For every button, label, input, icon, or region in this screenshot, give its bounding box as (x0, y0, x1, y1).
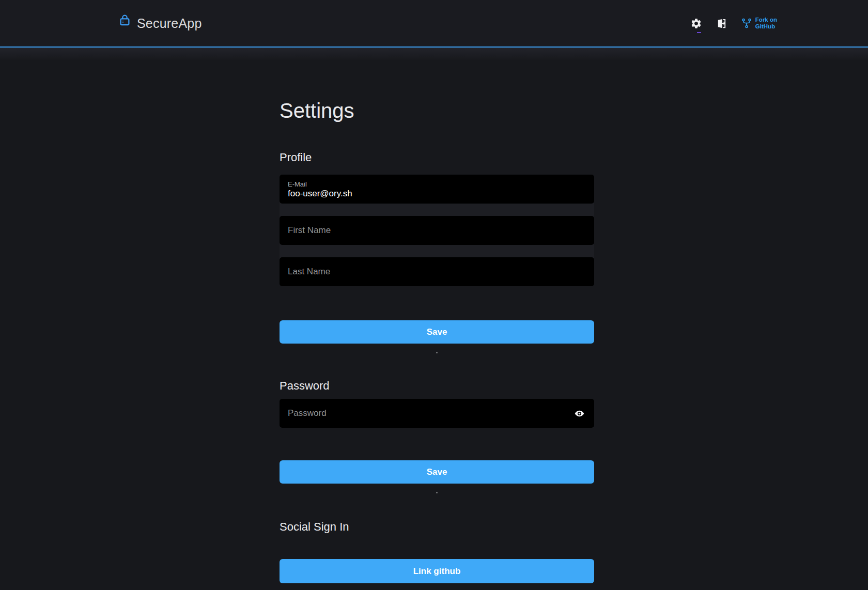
logout-icon (716, 18, 727, 29)
social-sign-in-section: Social Sign In Link github (280, 520, 594, 583)
header-glow (0, 48, 868, 61)
email-field[interactable]: E-Mail (280, 175, 594, 204)
divider-dot (436, 492, 438, 493)
password-visibility-toggle[interactable] (573, 408, 586, 419)
divider-dot (436, 352, 438, 353)
lock-icon (118, 13, 132, 27)
first-name-field[interactable] (280, 216, 594, 245)
password-heading: Password (280, 379, 594, 393)
app-brand[interactable]: SecureApp (118, 16, 202, 31)
profile-section: Profile E-Mail Save (280, 150, 594, 353)
page-title: Settings (280, 98, 594, 123)
settings-page: Settings Profile E-Mail Save Password (280, 98, 594, 583)
password-save-button[interactable]: Save (280, 460, 594, 484)
eye-icon (574, 408, 585, 419)
app-header: SecureApp (0, 0, 868, 48)
profile-save-button[interactable]: Save (280, 320, 594, 344)
password-field[interactable] (280, 399, 594, 428)
social-sign-in-heading: Social Sign In (280, 520, 594, 534)
last-name-input[interactable] (288, 267, 586, 277)
fork-link-label: Fork on GitHub (755, 17, 777, 30)
git-fork-icon (741, 18, 752, 29)
logout-button[interactable] (716, 18, 727, 29)
password-section: Password Save (280, 379, 594, 493)
gear-icon (690, 18, 702, 29)
password-input[interactable] (288, 408, 573, 418)
first-name-input[interactable] (288, 225, 586, 236)
profile-fields-card: E-Mail (280, 175, 594, 286)
last-name-field[interactable] (280, 257, 594, 286)
header-actions: Fork on GitHub (690, 17, 777, 30)
app-title: SecureApp (137, 16, 202, 31)
email-input[interactable] (288, 189, 586, 199)
settings-gear-button[interactable] (690, 18, 702, 29)
link-github-button[interactable]: Link github (280, 559, 594, 583)
email-label: E-Mail (288, 180, 586, 189)
fork-on-github-link[interactable]: Fork on GitHub (741, 17, 777, 30)
password-fields-card (280, 399, 594, 428)
profile-heading: Profile (280, 150, 594, 165)
